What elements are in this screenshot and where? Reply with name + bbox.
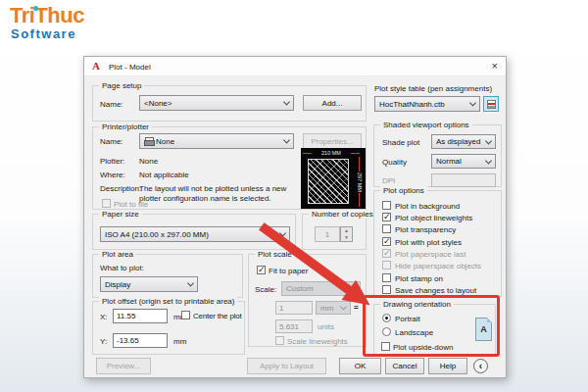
offset-x-input[interactable]: 11.55 [113,309,168,323]
group-shaded-viewport: Shaded viewport options Shade plot As di… [373,124,502,187]
paper-size-select[interactable]: ISO A4 (210.00 x 297.00 MM) [100,226,290,242]
plot-to-file-label: Plot to file [114,200,148,210]
group-printer-plotter: Printer/plotter Name: None Properties...… [92,126,367,210]
apply-to-layout-button[interactable]: Apply to Layout [247,358,326,374]
offset-y-label: Y: [100,337,107,347]
group-plot-offset-legend: Plot offset (origin set to printable are… [99,297,237,306]
what-to-plot-select[interactable]: Display [100,276,198,292]
plot-with-plot-styles-checkbox[interactable] [382,237,391,246]
group-copies: Number of copies 1 ▲ ▼ [302,214,367,250]
page-setup-name-value: <None> [144,99,172,108]
stepper-down-icon[interactable]: ▼ [341,234,352,241]
quality-select[interactable]: Normal [431,154,496,169]
where-value: Not applicable [139,171,189,180]
plot-stamp-on-checkbox[interactable] [382,273,391,282]
group-plot-offset: Plot offset (origin set to printable are… [92,301,245,355]
paper-width-dimension: 210 MM [303,149,360,157]
scale-select[interactable]: Custom [281,281,361,296]
printer-name-select[interactable]: None [139,133,294,149]
chevron-down-icon [469,99,476,106]
group-plot-scale-legend: Plot scale [255,250,295,259]
paper-size-value: ISO A4 (210.00 x 297.00 MM) [105,230,209,239]
group-plot-scale: Plot scale Fit to paper Scale: Custom 1 … [248,254,367,347]
brand-i-dot-icon [33,6,38,11]
description-label: Description: [100,184,141,194]
group-paper-size-legend: Paper size [99,210,142,219]
edit-plot-style-icon [487,100,496,109]
stepper-up-icon[interactable]: ▲ [341,227,352,234]
preview-button[interactable]: Preview... [96,358,151,374]
offset-y-input[interactable]: -13.65 [113,333,168,348]
fit-to-paper-label: Fit to paper [269,267,308,276]
scale-units-input[interactable]: 5.631 [275,319,313,333]
plot-stamp-on-label: Plot stamp on [395,274,443,284]
offset-x-label: X: [100,313,108,322]
cancel-button[interactable]: Cancel [385,358,424,374]
group-plot-area-legend: Plot area [99,250,136,259]
plot-in-background-label: Plot in background [395,202,460,212]
less-options-button[interactable]: ‹ [473,359,488,373]
where-label: Where: [100,171,125,180]
annotation-highlight-box [363,295,500,357]
plot-object-lineweights-checkbox[interactable] [382,213,391,221]
center-plot-checkbox[interactable] [181,311,190,319]
brand-subtitle: Software [11,27,84,40]
chevron-down-icon [485,137,492,144]
scale-equals-sign: = [354,303,359,313]
group-paper-size: Paper size ISO A4 (210.00 x 297.00 MM) [92,214,296,250]
autocad-icon: A [92,61,100,72]
group-plot-options: Plot options Plot in background Plot obj… [373,190,502,297]
quality-label: Quality [382,158,407,168]
printer-icon [144,137,153,145]
chevron-down-icon [279,229,286,236]
group-shaded-legend: Shaded viewport options [380,121,472,129]
dpi-label: DPI [382,176,395,186]
chevron-down-icon [187,279,194,286]
screenshot-stage: TriThuc Software A Plot - Model × Page s… [0,0,588,392]
group-printer-legend: Printer/plotter [99,122,152,131]
add-page-setup-button[interactable]: Add... [303,95,362,111]
plot-in-background-checkbox[interactable] [382,201,391,210]
paper-printable-area [308,159,349,204]
what-to-plot-value: Display [105,280,130,289]
scale-lineweights-checkbox[interactable] [275,336,284,345]
brand-logo: TriThuc Software [10,5,84,40]
plot-to-file-checkbox[interactable] [102,199,111,208]
scale-numerator-input[interactable]: 1 [275,301,313,315]
plot-style-table-label: Plot style table (pen assignments) [374,84,492,94]
what-to-plot-label: What to plot: [100,264,144,273]
scale-units-label: units [318,322,334,332]
fit-to-paper-checkbox[interactable] [257,266,266,274]
chevron-down-icon [283,136,290,143]
plot-with-plot-styles-label: Plot with plot styles [395,238,462,248]
group-page-setup-legend: Page setup [99,81,144,90]
description-value: The layout will not be plotted unless a … [139,184,294,204]
chevron-down-icon [283,98,290,105]
dialog-titlebar[interactable]: A Plot - Model × [84,57,506,76]
properties-button[interactable]: Properties... [303,133,362,149]
ok-button[interactable]: OK [339,358,381,374]
scale-unit-value: mm [320,304,333,313]
offset-y-unit: mm [173,337,186,347]
plot-transparency-checkbox[interactable] [382,224,391,233]
copies-stepper[interactable]: ▲ ▼ [340,226,353,242]
center-plot-label: Center the plot [193,312,241,321]
edit-plot-style-button[interactable] [483,96,499,112]
group-copies-legend: Number of copies [309,210,376,219]
shade-plot-select[interactable]: As displayed [431,134,496,149]
plot-paperspace-last-checkbox[interactable] [382,249,391,258]
plot-paperspace-last-label: Plot paperspace last [395,250,466,260]
save-changes-to-layout-checkbox[interactable] [382,285,391,294]
hide-paperspace-objects-checkbox[interactable] [382,261,391,270]
plot-transparency-label: Plot transparency [395,225,456,235]
help-button[interactable]: Help [428,358,467,374]
group-page-setup: Page setup Name: <None> Add... [92,85,367,122]
close-icon[interactable]: × [492,61,498,72]
page-setup-name-select[interactable]: <None> [139,95,294,111]
dpi-input[interactable] [431,173,496,187]
brand-title: TriThuc [10,5,84,26]
plot-style-select[interactable]: HocThatNhanh.ctb [374,96,480,112]
scale-unit-select[interactable]: mm [316,301,351,315]
shade-plot-value: As displayed [436,137,480,146]
copies-input[interactable]: 1 [315,226,340,242]
